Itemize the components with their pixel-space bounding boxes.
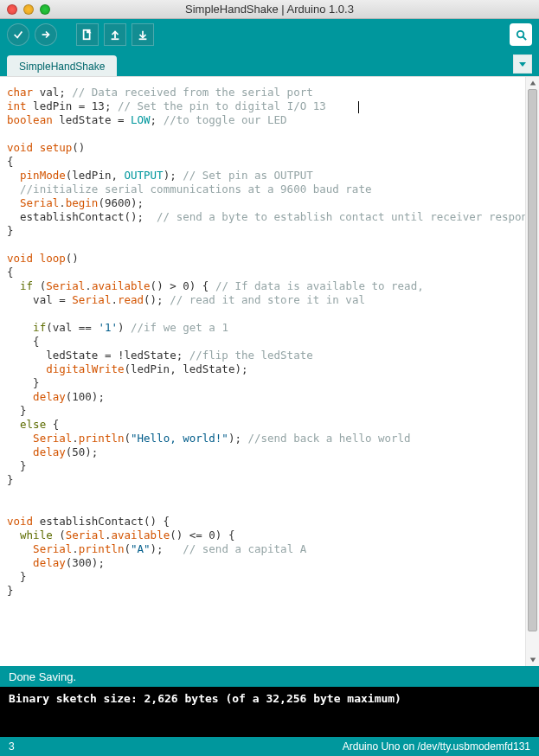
magnifier-icon bbox=[515, 29, 528, 42]
svg-line-7 bbox=[523, 36, 526, 40]
editor-area: char val; // Data received from the seri… bbox=[0, 76, 539, 666]
window-titlebar: SimpleHandShake | Arduino 1.0.3 bbox=[0, 0, 539, 19]
code-editor[interactable]: char val; // Data received from the seri… bbox=[0, 77, 525, 666]
tab-menu-button[interactable] bbox=[513, 54, 532, 74]
console-line: Binary sketch size: 2,626 bytes (of a 32… bbox=[9, 692, 401, 705]
scroll-up-button[interactable] bbox=[526, 77, 539, 89]
svg-marker-9 bbox=[529, 81, 535, 86]
arrow-right-icon bbox=[40, 29, 52, 41]
save-button[interactable] bbox=[132, 23, 154, 46]
open-button[interactable] bbox=[104, 23, 126, 46]
svg-marker-10 bbox=[529, 658, 535, 663]
footer-bar: 3 Arduino Uno on /dev/tty.usbmodemfd131 bbox=[0, 737, 539, 756]
arrow-up-icon bbox=[109, 29, 121, 41]
svg-point-6 bbox=[517, 30, 523, 37]
line-number: 3 bbox=[9, 740, 15, 753]
console-output[interactable]: Binary sketch size: 2,626 bytes (of a 32… bbox=[0, 687, 539, 737]
svg-marker-8 bbox=[519, 62, 526, 67]
file-icon bbox=[81, 29, 93, 41]
arrow-down-icon bbox=[137, 29, 149, 41]
scroll-thumb[interactable] bbox=[528, 89, 537, 631]
new-button[interactable] bbox=[76, 23, 99, 46]
check-icon bbox=[12, 29, 24, 41]
toolbar bbox=[0, 19, 539, 50]
upload-button[interactable] bbox=[35, 23, 57, 46]
sketch-tab[interactable]: SimpleHandShake bbox=[7, 55, 117, 76]
tab-bar: SimpleHandShake bbox=[0, 50, 539, 76]
chevron-down-icon bbox=[518, 60, 527, 68]
verify-button[interactable] bbox=[7, 23, 29, 46]
scroll-down-button[interactable] bbox=[526, 654, 539, 666]
status-message: Done Saving. bbox=[9, 670, 76, 683]
vertical-scrollbar[interactable] bbox=[525, 77, 539, 666]
board-port-label: Arduino Uno on /dev/tty.usbmodemfd131 bbox=[343, 740, 530, 753]
window-title: SimpleHandShake | Arduino 1.0.3 bbox=[0, 3, 539, 16]
status-bar: Done Saving. bbox=[0, 666, 539, 687]
serial-monitor-button[interactable] bbox=[510, 23, 532, 46]
text-cursor bbox=[358, 101, 359, 113]
